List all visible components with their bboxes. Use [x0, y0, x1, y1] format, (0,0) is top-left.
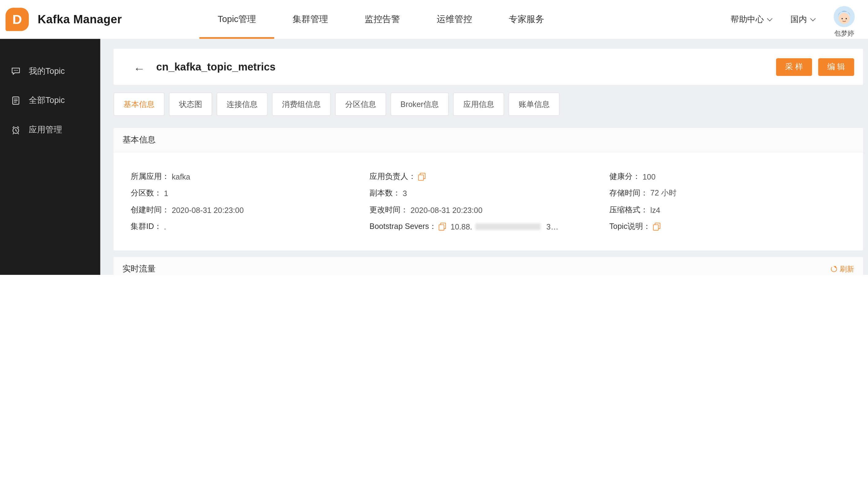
avatar[interactable]: [834, 6, 855, 27]
sidebar: 我的Topic 全部Topic 应用管理 «: [0, 39, 100, 275]
tab-connection-info[interactable]: 连接信息: [217, 93, 267, 116]
redacted-value: [475, 223, 540, 230]
field-label: 存储时间：: [609, 188, 648, 199]
main-content: ← cn_kafka_topic_metrics 采 样 编 辑 基本信息 状态…: [100, 39, 868, 275]
sidebar-item-my-topic[interactable]: 我的Topic: [0, 56, 100, 86]
nav-topic-management[interactable]: Topic管理: [218, 0, 256, 39]
tab-partition-info[interactable]: 分区信息: [335, 93, 386, 116]
field-value: lz4: [650, 205, 660, 214]
section-title: 实时流量: [122, 264, 156, 274]
sidebar-nav: 我的Topic 全部Topic 应用管理: [0, 39, 100, 145]
field-value: 2020-08-31 20:23:00: [410, 205, 482, 214]
info-field-retention: 存储时间： 72 小时: [609, 185, 854, 202]
info-field-bootstrap-servers: Bootstrap Severs： 10.88. 3…: [370, 218, 609, 235]
nav-cluster-management[interactable]: 集群管理: [293, 0, 328, 39]
edit-button[interactable]: 编 辑: [818, 58, 854, 76]
field-value: .: [164, 222, 166, 231]
sidebar-item-all-topic[interactable]: 全部Topic: [0, 86, 100, 115]
chevron-down-icon: [810, 16, 815, 21]
tab-status-chart[interactable]: 状态图: [169, 93, 212, 116]
field-value: kafka: [172, 172, 190, 181]
page-title: cn_kafka_topic_metrics: [156, 61, 276, 73]
top-bar-right: 帮助中心 国内 包梦婷: [731, 1, 868, 38]
sidebar-item-label: 全部Topic: [29, 95, 65, 106]
top-bar: D Kafka Manager Topic管理 集群管理 监控告警 运维管控 专…: [0, 0, 868, 39]
chevron-down-icon: [767, 16, 772, 21]
sample-button[interactable]: 采 样: [776, 58, 812, 76]
copy-icon[interactable]: [439, 223, 446, 230]
field-label: 更改时间：: [370, 205, 408, 215]
sidebar-item-label: 应用管理: [29, 125, 62, 135]
app-title: Kafka Manager: [38, 13, 122, 26]
field-value: 1: [164, 189, 168, 198]
chat-icon: [11, 66, 21, 76]
nav-ops-control[interactable]: 运维管控: [437, 0, 472, 39]
info-field-cluster-id: 集群ID： .: [131, 218, 370, 235]
tab-bill-info[interactable]: 账单信息: [509, 93, 560, 116]
app-logo-icon[interactable]: D: [5, 8, 29, 31]
field-value: 72 小时: [650, 188, 677, 199]
field-label: Topic说明：: [609, 222, 651, 232]
alarm-icon: [11, 125, 21, 135]
region-select[interactable]: 国内: [791, 14, 815, 25]
copy-icon[interactable]: [418, 173, 425, 181]
field-label: 压缩格式：: [609, 205, 648, 215]
detail-tabs: 基本信息 状态图 连接信息 消费组信息 分区信息 Broker信息 应用信息 账…: [114, 93, 863, 116]
nav-expert-service[interactable]: 专家服务: [509, 0, 544, 39]
page-actions: 采 样 编 辑: [776, 58, 854, 76]
info-field-create-time: 创建时间： 2020-08-31 20:23:00: [131, 202, 370, 218]
avatar-face: [834, 6, 855, 27]
field-value: 2020-08-31 20:23:00: [172, 205, 244, 214]
field-value: 3: [403, 189, 407, 198]
nav-monitor-alert[interactable]: 监控告警: [365, 0, 400, 39]
info-field-compression: 压缩格式： lz4: [609, 202, 854, 218]
refresh-label: 刷新: [840, 264, 854, 274]
doc-icon: [11, 95, 21, 106]
brand: D Kafka Manager: [0, 8, 166, 31]
field-label: 应用负责人：: [370, 172, 416, 182]
sidebar-item-label: 我的Topic: [29, 66, 65, 76]
realtime-flow-card: 实时流量 刷新 名称 平均数 前1分钟 前5分钟 前15分钟: [114, 257, 863, 275]
field-label: 创建时间：: [131, 205, 170, 215]
field-value: 100: [642, 172, 655, 181]
region-label: 国内: [791, 14, 807, 25]
field-value: 10.88.: [450, 222, 472, 231]
field-label: 所属应用：: [131, 172, 170, 182]
refresh-button[interactable]: 刷新: [831, 264, 854, 274]
info-field-app-owner: 应用负责人：: [370, 169, 609, 185]
section-title: 基本信息: [122, 134, 156, 145]
field-label: Bootstrap Severs：: [370, 222, 437, 232]
back-button[interactable]: ←: [133, 61, 145, 73]
info-field-app: 所属应用： kafka: [131, 169, 370, 185]
basic-info-card: 基本信息 所属应用： kafka 应用负责人： 健康分： 100 分区数： 1: [114, 128, 863, 251]
help-center-label: 帮助中心: [731, 14, 764, 25]
tab-app-info[interactable]: 应用信息: [453, 93, 504, 116]
username-label: 包梦婷: [834, 28, 854, 38]
tab-basic-info[interactable]: 基本信息: [114, 93, 164, 116]
tab-broker-info[interactable]: Broker信息: [391, 93, 449, 116]
refresh-icon: [831, 266, 837, 272]
basic-info-card-header: 基本信息: [114, 128, 863, 153]
realtime-flow-card-header: 实时流量 刷新: [114, 257, 863, 275]
field-label: 集群ID：: [131, 222, 162, 232]
info-field-health-score: 健康分： 100: [609, 169, 854, 185]
field-value-suffix: 3…: [546, 222, 558, 231]
info-field-topic-description: Topic说明：: [609, 218, 854, 235]
info-field-replica-count: 副本数： 3: [370, 185, 609, 202]
field-label: 健康分：: [609, 172, 640, 182]
sidebar-item-app-management[interactable]: 应用管理: [0, 115, 100, 145]
page-header-card: ← cn_kafka_topic_metrics 采 样 编 辑: [114, 49, 863, 85]
field-label: 副本数：: [370, 188, 400, 199]
info-field-modify-time: 更改时间： 2020-08-31 20:23:00: [370, 202, 609, 218]
field-label: 分区数：: [131, 188, 162, 199]
app-window: D Kafka Manager Topic管理 集群管理 监控告警 运维管控 专…: [0, 0, 868, 275]
basic-info-grid: 所属应用： kafka 应用负责人： 健康分： 100 分区数： 1 副本数：: [114, 152, 863, 250]
info-field-partition-count: 分区数： 1: [131, 185, 370, 202]
help-center-link[interactable]: 帮助中心: [731, 14, 772, 25]
tab-consumer-group-info[interactable]: 消费组信息: [272, 93, 331, 116]
top-nav: Topic管理 集群管理 监控告警 运维管控 专家服务: [199, 0, 562, 39]
user-menu[interactable]: 包梦婷: [834, 6, 855, 38]
copy-icon[interactable]: [653, 223, 660, 230]
